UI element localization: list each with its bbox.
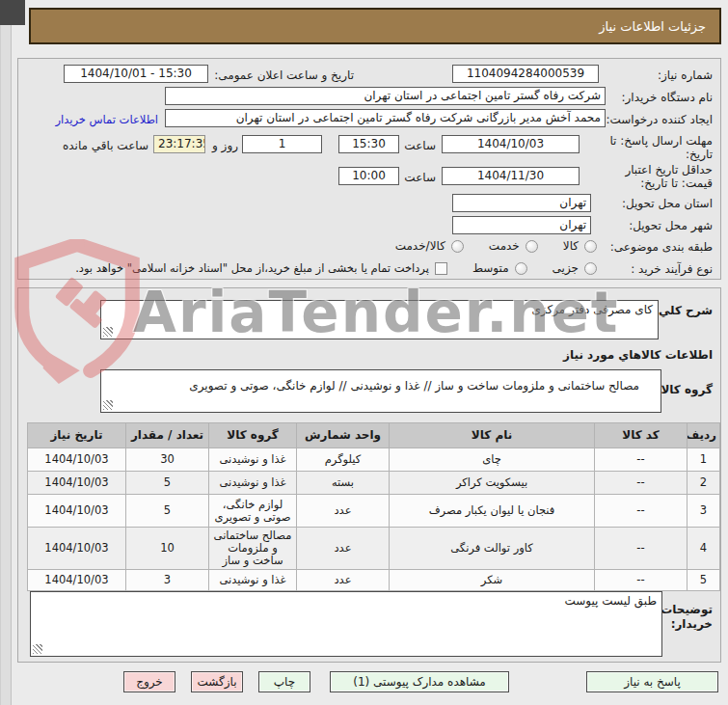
radio-medium[interactable] [515,262,527,275]
cell-row: 3 [688,495,720,528]
table-row: 1 -- چای کیلوگرم غذا و نوشیدنی 30 1404/1… [28,448,720,472]
radio-goods-label: کالا [563,239,579,253]
cell-name: کاور توالت فرنگی [390,528,595,570]
response-deadline-date-field[interactable]: 1404/10/03 [442,135,580,153]
buyer-org-field[interactable]: شرکت رفاه گستر تامین اجتماعی در استان ته… [165,87,606,105]
radio-partial-label: جزیی [553,261,579,275]
price-validity-date-field[interactable]: 1404/11/30 [442,167,580,185]
request-creator-field[interactable]: محمد آخش مدیر بازرگانی شرکت رفاه گستر تا… [165,109,606,127]
cell-date: 1404/10/03 [28,570,126,591]
cell-unit: عدد [297,570,390,591]
page-title: جزئیات اطلاعات نیاز [599,19,706,34]
need-number-label: شماره نیاز: [658,68,713,82]
goods-section-header: اطلاعات کالاهاي مورد نیاز [563,348,713,362]
cell-code: -- [595,448,688,472]
cell-group: مصالح ساختمانی و ملزومات ساخت و ساز [209,528,297,570]
col-need-date: تاریخ نیاز [28,423,126,448]
price-validity-time-field[interactable]: 10:00 [338,167,399,185]
buyer-contact-link[interactable]: اطلاعات تماس خریدار [55,113,158,126]
radio-service-label: خدمت [489,239,520,253]
radio-goods[interactable] [584,240,597,253]
col-quantity: تعداد / مقدار [126,423,209,448]
cell-name: چای [390,448,595,472]
subject-class-options: کالا خدمت کالا/خدمت [395,239,597,253]
resize-grip-icon[interactable] [33,644,42,654]
cell-date: 1404/10/03 [28,448,126,472]
need-desc-value: کای مصرفی دفتر مرکزی [101,301,658,318]
cell-name: بیسکویت کراکر [390,472,595,495]
col-row-number: ردیف [688,423,720,448]
need-details-page: جزئیات اطلاعات نیاز شماره نیاز: 11040942… [0,0,728,705]
view-attached-docs-button[interactable]: مشاهده مدارک پیوستی (1) [330,671,509,692]
exit-button[interactable]: خروج [123,671,175,692]
cell-group: غذا و نوشیدنی [209,570,297,591]
goods-table-header-row: ردیف کد کالا نام کالا واحد شمارش گروه کا… [28,423,720,448]
remaining-hours-label: ساعت باقي مانده [63,139,148,152]
buyer-notes-textarea[interactable]: طبق لیست پیوست [30,591,662,657]
resize-grip-icon[interactable] [103,327,113,337]
cell-row: 5 [688,570,720,591]
resize-grip-icon[interactable] [103,400,113,410]
need-number-field[interactable]: 1104094284000539 [452,65,599,83]
cell-unit: عدد [297,528,390,570]
delivery-city-field[interactable]: تهران [452,216,591,234]
delivery-province-field[interactable]: تهران [452,194,591,212]
vertical-scrollbar[interactable] [0,0,12,705]
goods-table: ردیف کد کالا نام کالا واحد شمارش گروه کا… [27,422,720,591]
cell-qty: 10 [126,528,209,570]
cell-unit: عدد [297,495,390,528]
cell-date: 1404/10/03 [28,472,126,495]
response-deadline-time-field[interactable]: 15:30 [338,135,399,153]
announce-datetime-label: تاریخ و ساعت اعلان عمومی: [214,68,354,82]
col-item-code: کد کالا [595,423,688,448]
goods-panel: شرح کلي نیاز: کای مصرفی دفتر مرکزی اطلاع… [17,287,721,663]
need-desc-textarea[interactable]: کای مصرفی دفتر مرکزی [100,300,659,339]
radio-medium-label: متوسط [472,261,509,275]
cell-group: غذا و نوشیدنی [209,448,297,472]
cell-row: 4 [688,528,720,570]
cell-date: 1404/10/03 [28,528,126,570]
purchase-process-label: نوع فرآیند خرید : [631,262,713,276]
buyer-notes-value: طبق لیست پیوست [31,592,661,610]
purchase-process-options: جزیی متوسط پرداخت تمام یا بخشی از مبلغ خ… [75,261,597,275]
cell-row: 2 [688,472,720,495]
cell-code: -- [595,570,688,591]
delivery-city-label: شهر محل تحویل: [629,219,713,232]
page-title-bar: جزئیات اطلاعات نیاز [29,8,721,44]
cell-name: شکر [390,570,595,591]
cell-code: -- [595,472,688,495]
radio-service[interactable] [526,240,538,253]
announce-datetime-field[interactable]: 1404/10/01 - 15:30 [64,65,208,83]
remaining-days-field[interactable]: 1 [242,135,322,153]
countdown-timer: 23:17:35 [153,135,205,153]
col-group: گروه کالا [209,423,297,448]
request-creator-label: ایجاد کننده درخواست: [606,113,713,126]
radio-goods-service-label: کالا/خدمت [395,239,445,253]
cell-group: لوازم خانگی، صوتی و تصویری [209,495,297,528]
cell-unit: کیلوگرم [297,448,390,472]
treasury-docs-checkbox[interactable] [435,262,447,275]
price-validity-hour-label: ساعت [404,171,436,184]
back-button[interactable]: بازگشت [191,671,243,692]
cell-row: 1 [688,448,720,472]
table-row: 4 -- کاور توالت فرنگی عدد مصالح ساختمانی… [28,528,720,570]
radio-goods-service[interactable] [451,240,464,253]
buyer-org-label: نام دستگاه خریدار: [622,91,714,104]
cell-unit: بسته [297,472,390,495]
goods-group-textarea[interactable]: مصالح ساختمانی و ملزومات ساخت و ساز // غ… [100,369,661,413]
cell-qty: 5 [126,495,209,528]
response-deadline-label: مهلت ارسال پاسخ: تا تاریخ: [599,134,713,161]
cell-date: 1404/10/03 [28,495,126,528]
respond-button[interactable]: پاسخ به نیاز [586,671,718,692]
col-item-name: نام کالا [390,423,595,448]
cell-qty: 5 [126,472,209,495]
radio-partial[interactable] [584,262,597,275]
print-button[interactable]: چاپ [258,671,310,692]
watermark-corner-mark [0,0,25,25]
days-and-label: روز و [212,139,238,152]
delivery-province-label: استان محل تحویل: [622,197,713,210]
cell-code: -- [595,495,688,528]
table-row: 2 -- بیسکویت کراکر بسته غذا و نوشیدنی 5 … [28,472,720,495]
response-deadline-hour-label: ساعت [404,139,436,152]
goods-group-label: گروه کالا: [657,383,713,396]
